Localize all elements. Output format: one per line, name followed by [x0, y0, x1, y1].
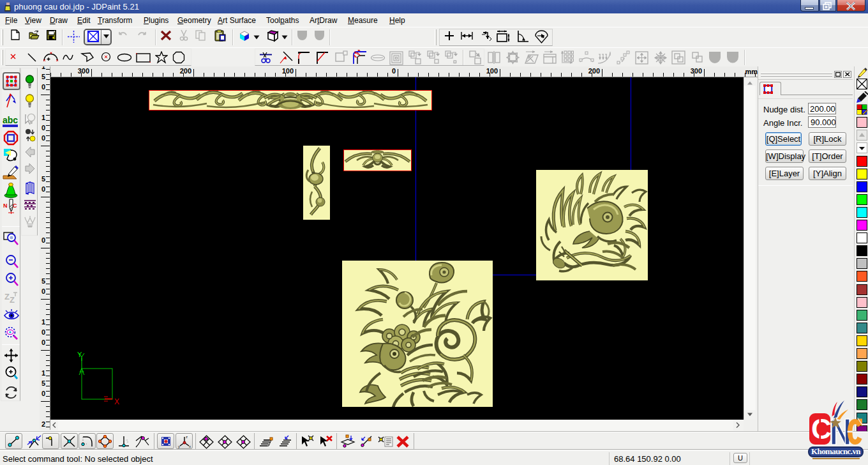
svg-text:0: 0 [41, 328, 45, 336]
svg-text:200: 200 [180, 67, 191, 75]
svg-text:abc: abc [3, 115, 18, 125]
svg-text:y: y [178, 445, 180, 448]
svg-text:Y: Y [77, 352, 82, 358]
svg-text:Z: Z [4, 292, 10, 301]
svg-text:z: z [186, 435, 188, 439]
svg-text:5: 5 [41, 379, 45, 387]
svg-text:0: 0 [392, 67, 396, 75]
svg-text:0: 0 [41, 339, 45, 346]
svg-text:x: x [189, 445, 191, 448]
svg-text:300: 300 [78, 67, 89, 75]
svg-text:1: 1 [41, 114, 45, 121]
svg-text:300: 300 [691, 67, 702, 75]
svg-text:0: 0 [41, 390, 45, 397]
svg-text:1: 1 [41, 369, 45, 377]
svg-text:200: 200 [588, 67, 600, 75]
svg-text:1: 1 [41, 66, 45, 70]
svg-text:0: 0 [41, 287, 45, 295]
svg-text:C: C [13, 202, 17, 209]
svg-text:0: 0 [41, 236, 45, 244]
svg-text:0: 0 [41, 134, 45, 142]
svg-text:0: 0 [41, 83, 45, 91]
svg-text:1: 1 [41, 318, 45, 326]
svg-text:N: N [3, 202, 8, 209]
svg-text:Z: Z [10, 295, 15, 305]
svg-text:X: X [114, 397, 119, 406]
svg-text:5: 5 [41, 277, 45, 285]
svg-text:100: 100 [282, 67, 294, 75]
svg-text:5: 5 [41, 175, 45, 183]
svg-text:100: 100 [486, 67, 498, 75]
svg-text:2: 2 [41, 420, 45, 428]
svg-text:0: 0 [41, 124, 45, 132]
svg-text:C: C [811, 413, 832, 445]
svg-text:5: 5 [41, 73, 45, 80]
svg-text:0: 0 [41, 185, 45, 193]
svg-text:mm: mm [745, 68, 758, 75]
